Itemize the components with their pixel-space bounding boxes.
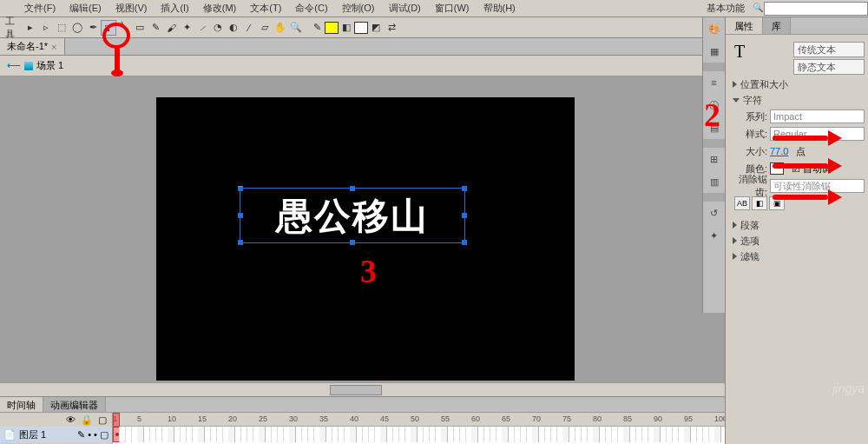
zoom-tool-icon[interactable]: 🔍 (288, 20, 304, 36)
brush-tool-icon[interactable]: 🖌 (163, 20, 179, 36)
scroll-thumb[interactable] (330, 385, 382, 395)
subscript-icon[interactable]: ▣ (769, 196, 785, 210)
menu-edit[interactable]: 编辑(E) (62, 0, 108, 17)
section-options[interactable]: 选项 (729, 233, 865, 249)
ruler-tick: 35 (319, 414, 328, 423)
menu-debug[interactable]: 调试(D) (382, 0, 428, 17)
info-panel-icon[interactable]: ⓘ (703, 94, 725, 116)
section-character[interactable]: 字符 (729, 92, 865, 108)
handle-icon[interactable] (350, 186, 355, 191)
section-paragraph[interactable]: 段落 (729, 217, 865, 233)
text-frame[interactable]: 愚公移山 (240, 188, 465, 243)
history-panel-icon[interactable]: ↺ (703, 202, 725, 224)
color-panel-icon[interactable]: 🎨 (703, 17, 725, 40)
align-panel-icon[interactable]: ≡ (703, 71, 725, 94)
menu-help[interactable]: 帮助(H) (477, 0, 523, 17)
handle-icon[interactable] (238, 186, 243, 191)
section-label: 位置和大小 (740, 78, 788, 91)
section-filters[interactable]: 滤镜 (729, 249, 865, 264)
font-style-select[interactable]: Regular (770, 127, 865, 141)
menu-modify[interactable]: 修改(M) (196, 0, 244, 17)
antialias-select[interactable]: 可读性消除锯 (770, 179, 865, 193)
search-input[interactable] (764, 2, 868, 16)
lasso-tool-icon[interactable]: ◯ (69, 20, 85, 36)
layer-row[interactable]: 📄 图层 1 ✎ • • ▢ (0, 427, 112, 442)
tab-library[interactable]: 库 (763, 17, 791, 34)
menu-insert[interactable]: 插入(I) (154, 0, 195, 17)
frames-area[interactable]: 1510152025303540455055606570758085909510… (113, 413, 725, 444)
swatches-panel-icon[interactable]: ▦ (703, 40, 725, 63)
font-size-input[interactable]: 77.0 (770, 146, 788, 156)
paint-bucket-icon[interactable]: ◔ (210, 20, 226, 36)
handle-icon[interactable] (238, 213, 243, 218)
pen-tool-icon[interactable]: ✒ (85, 20, 101, 36)
stroke-swatch[interactable] (325, 22, 339, 34)
layer-icon: 📄 (3, 429, 16, 441)
ruler-tick: 70 (532, 414, 541, 423)
tab-timeline[interactable]: 时间轴 (0, 397, 43, 412)
section-position[interactable]: 位置和大小 (729, 76, 865, 92)
text-engine-select[interactable]: 传统文本 (793, 42, 865, 57)
eyedropper-icon[interactable]: ⁄ (241, 20, 257, 36)
layers-column: 👁 🔒 ▢ 📄 图层 1 ✎ • • ▢ (0, 413, 113, 444)
outline-icon[interactable]: ▢ (98, 414, 107, 426)
tab-properties[interactable]: 属性 (726, 17, 763, 34)
line-tool-icon[interactable]: ╲ (116, 20, 132, 36)
handle-icon[interactable] (462, 240, 467, 245)
lock-icon[interactable]: 🔒 (81, 414, 93, 426)
menu-cmd[interactable]: 命令(C) (288, 0, 334, 17)
stroke-color-icon[interactable]: ✎ (309, 20, 325, 36)
library-panel-icon[interactable]: ▤ (703, 116, 725, 139)
menu-file[interactable]: 文件(F) (17, 0, 62, 17)
ruler-tick: 90 (654, 414, 662, 423)
transform-panel-icon[interactable]: ⊞ (703, 148, 725, 170)
handle-icon[interactable] (462, 186, 467, 191)
text-tool-icon[interactable]: T (101, 20, 116, 36)
menu-view[interactable]: 视图(V) (108, 0, 155, 17)
free-transform-icon[interactable]: ⬚ (54, 20, 69, 36)
section-label: 滤镜 (740, 250, 760, 263)
stage[interactable]: 愚公移山 (156, 97, 575, 381)
document-tab[interactable]: 未命名-1* × (0, 38, 65, 55)
font-family-select[interactable]: Impact (770, 109, 865, 123)
ink-bottle-icon[interactable]: ◐ (226, 20, 241, 36)
eraser-tool-icon[interactable]: ▱ (257, 20, 273, 36)
pencil-tool-icon[interactable]: ✎ (148, 20, 163, 36)
auto-kern-checkbox[interactable]: 自动调 (803, 162, 832, 176)
selectable-toggle-icon[interactable]: AB (734, 196, 750, 210)
tab-motion-editor[interactable]: 动画编辑器 (43, 397, 106, 412)
rect-tool-icon[interactable]: ▭ (132, 20, 148, 36)
superscript-icon[interactable]: ◧ (752, 196, 767, 210)
menu-window[interactable]: 窗口(W) (428, 0, 477, 17)
deco-tool-icon[interactable]: ✦ (179, 20, 194, 36)
layer-name[interactable]: 图层 1 (19, 428, 46, 441)
handle-icon[interactable] (350, 240, 355, 245)
back-icon[interactable]: ⟵ (7, 60, 21, 71)
fill-color-icon[interactable]: ◧ (339, 20, 354, 36)
bone-tool-icon[interactable]: ⟋ (194, 20, 210, 36)
noswap-icon[interactable]: ⇄ (384, 20, 399, 36)
stage-text[interactable]: 愚公移山 (240, 189, 464, 244)
ruler-tick: 45 (380, 414, 389, 423)
handle-icon[interactable] (238, 240, 243, 245)
workspace-switcher[interactable]: 基本功能 (693, 0, 759, 17)
menu-text[interactable]: 文本(T) (243, 0, 288, 17)
eye-icon[interactable]: 👁 (66, 414, 76, 425)
subselect-tool-icon[interactable]: ▹ (38, 20, 54, 36)
family-label: 系列: (729, 110, 767, 123)
handle-icon[interactable] (462, 213, 467, 218)
frame-ruler[interactable]: 1510152025303540455055606570758085909510… (113, 413, 725, 427)
text-type-select[interactable]: 静态文本 (793, 59, 865, 75)
scene-name[interactable]: 场景 1 (36, 59, 63, 72)
close-tab-icon[interactable]: × (51, 42, 56, 52)
components-panel-icon[interactable]: ▥ (703, 170, 725, 193)
sample-panel-icon[interactable]: ✦ (703, 224, 725, 247)
frame-track[interactable] (113, 427, 725, 442)
size-label: 大小: (729, 145, 767, 158)
fill-swatch[interactable] (354, 22, 368, 34)
menu-ctrl[interactable]: 控制(O) (335, 0, 382, 17)
hand-tool-icon[interactable]: ✋ (273, 20, 288, 36)
bw-icon[interactable]: ◩ (368, 20, 384, 36)
text-color-swatch[interactable] (770, 162, 784, 175)
selection-tool-icon[interactable]: ▸ (23, 20, 38, 36)
